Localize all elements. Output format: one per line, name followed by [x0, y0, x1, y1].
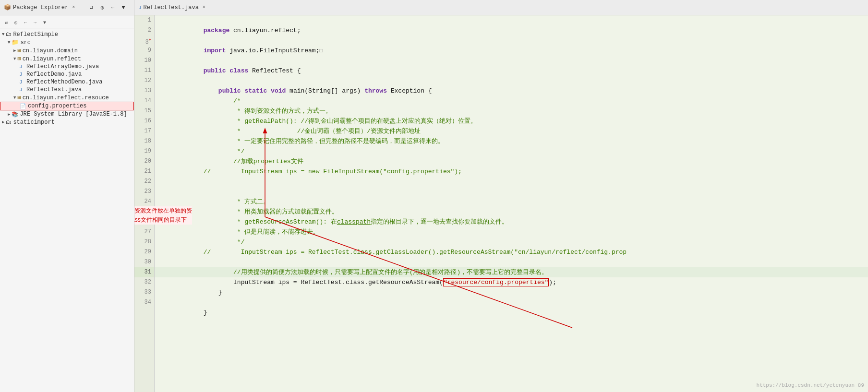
collapse-all-button[interactable]: ⇄ [87, 3, 96, 12]
nav-back-btn[interactable]: ← [21, 18, 30, 27]
tree-item-jre[interactable]: ▶ 📚 JRE System Library [JavaSE-1.8] [0, 110, 134, 118]
java-icon: J [19, 64, 25, 70]
props-icon: 📄 [20, 103, 26, 109]
link-editor-button[interactable]: ◎ [97, 3, 107, 12]
code-line-14: * 得到资源文件的方式，方式一。 [155, 96, 868, 106]
package-explorer-icon: 📦 [4, 4, 11, 11]
tree-item-reflect-demo[interactable]: J ReflectDemo.java [0, 71, 134, 78]
ln-20: 20 [134, 156, 154, 166]
collapse-btn[interactable]: ⇄ [2, 18, 11, 27]
ln-3: 3+ [134, 36, 154, 46]
code-line-30: //用类提供的简便方法加载的时候，只需要写上配置文件的名字(用的是相对路径)，不… [155, 257, 868, 267]
code-line-23: * 方式二。 [155, 187, 868, 197]
comment-27: */ [204, 238, 245, 246]
tree-item-config-props[interactable]: 📄 config.properties [0, 102, 134, 110]
pkg-icon: ⊞ [17, 47, 21, 54]
tree-arrow: ▼ [13, 57, 16, 61]
tree-label: ReflectArrayDemo.java [26, 63, 99, 70]
code-lines[interactable]: package cn.liayun.reflect; import java.i… [155, 15, 868, 392]
code-line-22 [155, 177, 868, 187]
panel-title-label: Package Explorer [13, 4, 68, 11]
tree-item-reflect-array[interactable]: J ReflectArrayDemo.java [0, 63, 134, 71]
tree-item-reflect-method[interactable]: J ReflectMethodDemo.java [0, 78, 134, 86]
comment-24: * 用类加载器的方式加载配置文件。 [204, 208, 338, 215]
ln-13: 13 [134, 86, 154, 96]
kw-public: public [204, 67, 226, 74]
view-menu-button[interactable]: ▼ [119, 3, 128, 12]
tree-label: cn.liayun.reflect.resouce [23, 95, 109, 101]
tree-item-reflect-simple[interactable]: ▼ 🗂 ReflectSimple [0, 30, 134, 38]
ln-17: 17 [134, 126, 154, 136]
tree-arrow: ▶ [2, 119, 4, 125]
panel-close-button[interactable]: × [72, 5, 75, 10]
code-line-19: //加载properties文件 [155, 146, 868, 156]
ln-26: 26 [134, 217, 154, 227]
ln-34: 34 [134, 297, 154, 308]
comment-18: */ [204, 148, 245, 155]
editor-tab-label[interactable]: ReflectTest.java [144, 4, 199, 11]
code-line-10: public class ReflectTest { [155, 56, 868, 66]
kw-package: package [204, 27, 230, 34]
tree-item-src[interactable]: ▼ 📁 src [0, 38, 134, 47]
tree-item-cn-resource[interactable]: ▼ ⊞ cn.liayun.reflect.resouce [0, 94, 134, 102]
folder-icon: 📁 [12, 39, 19, 46]
main-content: ⇄ ◎ ← → ▼ ▼ 🗂 ReflectSimple ▼ 📁 src ▶ ⊞ … [0, 15, 868, 392]
editor-close-button[interactable]: × [203, 5, 205, 10]
ln-1: 1 [134, 15, 154, 25]
comment-19: //加载properties文件 [204, 158, 303, 165]
ln-22: 22 [134, 177, 154, 187]
ln-23: 23 [134, 187, 154, 197]
comment-23: * 方式二。 [204, 198, 270, 205]
kw-import: import [204, 47, 226, 54]
ln-15: 15 [134, 106, 154, 116]
back-button[interactable]: ← [108, 3, 118, 12]
ln-33: 33 [134, 287, 154, 297]
classpath-underline: classpath [337, 218, 371, 226]
ln-27: 27 [134, 227, 154, 237]
tree-item-reflect-test[interactable]: J ReflectTest.java [0, 86, 134, 94]
tree-item-cn-domain[interactable]: ▶ ⊞ cn.liayun.domain [0, 47, 134, 55]
ln-18: 18 [134, 136, 154, 146]
ln-16: 16 [134, 116, 154, 126]
tree-label: ReflectTest.java [26, 86, 82, 93]
title-bar-row: 📦 Package Explorer × ⇄ ◎ ← ▼ J ReflectTe… [0, 0, 868, 15]
tree-item-cn-reflect[interactable]: ▼ ⊞ cn.liayun.reflect [0, 55, 134, 63]
ln-9: 9 [134, 46, 154, 56]
lib-icon: 📚 [12, 111, 18, 118]
comment-17: * 一定要记住用完整的路径，但完整的路径不是硬编码，而是运算得来的。 [204, 138, 445, 145]
code-line-33 [155, 287, 868, 297]
menu-btn[interactable]: ▼ [40, 18, 49, 27]
editor-area[interactable]: 1 2 3+ 9 10 11 12 13 14 15 16 17 18 19 2… [134, 15, 868, 392]
comment-25: * getResourceAsStream(): 在 [204, 218, 337, 226]
ln-30: 30 [134, 257, 154, 267]
package-explorer-panel: ⇄ ◎ ← → ▼ ▼ 🗂 ReflectSimple ▼ 📁 src ▶ ⊞ … [0, 15, 134, 392]
comment-16: * //金山词霸（整个项目）/资源文件内部地址 [204, 128, 421, 135]
ln-29: 29 [134, 247, 154, 257]
ln-14: 14 [134, 96, 154, 106]
import-square: □ [319, 48, 323, 54]
java-icon: J [19, 79, 25, 85]
ln-31: 31 [134, 267, 154, 277]
kw-static: static [244, 87, 267, 95]
ln-2: 2 [134, 25, 154, 36]
comment-26: * 但是只能读，不能存进去。 [204, 228, 320, 236]
tree-label: cn.liayun.domain [23, 48, 78, 54]
comment-30: //用类提供的简便方法加载的时候，只需要写上配置文件的名字(用的是相对路径)，不… [204, 269, 548, 276]
tree-arrow: ▼ [2, 32, 4, 37]
comment-13: /* [204, 97, 241, 105]
code-editor: 1 2 3+ 9 10 11 12 13 14 15 16 17 18 19 2… [134, 15, 868, 392]
tree-arrow: ▶ [8, 112, 10, 117]
tree-label: staticimport [13, 119, 54, 126]
ln-12: 12 [134, 76, 154, 86]
link-btn[interactable]: ◎ [12, 18, 20, 27]
kw-public2: public [218, 87, 241, 95]
tree-item-static-import[interactable]: ▶ 🗂 staticimport [0, 118, 134, 126]
code-line-28: // InputStream ips = ReflectTest.class.g… [155, 237, 868, 247]
tree-label: config.properties [28, 103, 86, 109]
panel-title: 📦 Package Explorer × ⇄ ◎ ← ▼ [0, 0, 134, 15]
code-line-1: package cn.liayun.reflect; [155, 15, 868, 25]
java-icon: J [19, 71, 25, 77]
project-icon: 🗂 [6, 119, 12, 126]
nav-fwd-btn[interactable]: → [31, 18, 39, 27]
pkg-icon: ⊞ [17, 55, 21, 62]
